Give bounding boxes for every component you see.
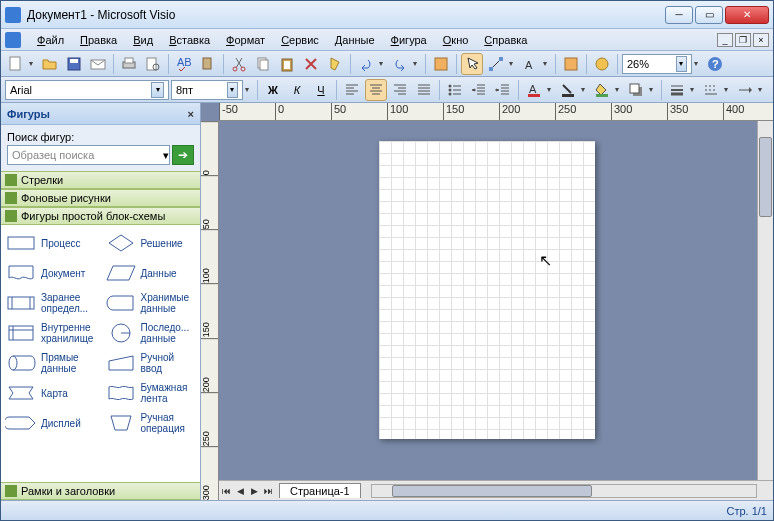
shape-search-input[interactable]: ▾	[7, 145, 170, 165]
shape-item[interactable]: Ручная операция	[103, 409, 199, 437]
shape-item[interactable]: Данные	[103, 259, 199, 287]
cut-button[interactable]	[228, 53, 250, 75]
redo-button[interactable]	[389, 53, 411, 75]
shape-item[interactable]: Внутренне хранилище	[3, 319, 99, 347]
stencil-bar[interactable]: Фоновые рисунки	[1, 189, 200, 207]
undo-dropdown[interactable]: ▾	[379, 59, 387, 68]
bold-button[interactable]: Ж	[262, 79, 284, 101]
align-justify-button[interactable]	[413, 79, 435, 101]
stencil-bar[interactable]: Стрелки	[1, 171, 200, 189]
menu-вид[interactable]: Вид	[125, 32, 161, 48]
shape-icon	[5, 261, 37, 285]
spellcheck-button[interactable]: ABC	[173, 53, 195, 75]
new-dropdown[interactable]: ▾	[29, 59, 37, 68]
underline-button[interactable]: Ч	[310, 79, 332, 101]
minimize-button[interactable]: ─	[665, 6, 693, 24]
tab-prev-button[interactable]: ◀	[233, 483, 247, 499]
font-color-button[interactable]: A	[523, 79, 545, 101]
ink-button[interactable]	[560, 53, 582, 75]
shape-item[interactable]: Карта	[3, 379, 99, 407]
page-tab[interactable]: Страница-1	[279, 483, 361, 498]
shape-item[interactable]: Хранимые данные	[103, 289, 199, 317]
menu-фигура[interactable]: Фигура	[383, 32, 435, 48]
menu-вставка[interactable]: Вставка	[161, 32, 218, 48]
format-painter-button[interactable]	[324, 53, 346, 75]
app-icon	[5, 7, 21, 23]
connector-tool-button[interactable]	[485, 53, 507, 75]
line-ends-button[interactable]	[734, 79, 756, 101]
shape-item[interactable]: Дисплей	[3, 409, 99, 437]
paste-button[interactable]	[276, 53, 298, 75]
theme-button[interactable]	[591, 53, 613, 75]
increase-indent-button[interactable]	[492, 79, 514, 101]
shapes-window-button[interactable]	[430, 53, 452, 75]
mdi-minimize-button[interactable]: _	[717, 33, 733, 47]
zoom-dropdown[interactable]: ▾	[676, 56, 687, 72]
stencil-bar[interactable]: Рамки и заголовки	[1, 482, 200, 500]
text-dropdown[interactable]: ▾	[543, 59, 551, 68]
tab-last-button[interactable]: ⏭	[261, 483, 275, 499]
open-button[interactable]	[39, 53, 61, 75]
visio-icon[interactable]	[5, 32, 21, 48]
shape-item[interactable]: Заранее определ...	[3, 289, 99, 317]
help-button[interactable]: ?	[704, 53, 726, 75]
menu-окно[interactable]: Окно	[435, 32, 477, 48]
shape-item[interactable]: Решение	[103, 229, 199, 257]
mail-button[interactable]	[87, 53, 109, 75]
shape-item[interactable]: Документ	[3, 259, 99, 287]
delete-button[interactable]	[300, 53, 322, 75]
line-pattern-button[interactable]	[700, 79, 722, 101]
pointer-tool-button[interactable]	[461, 53, 483, 75]
drawing-page[interactable]	[379, 141, 595, 439]
tab-next-button[interactable]: ▶	[247, 483, 261, 499]
bullets-button[interactable]	[444, 79, 466, 101]
stencil-bar[interactable]: Фигуры простой блок-схемы	[1, 207, 200, 225]
print-button[interactable]	[118, 53, 140, 75]
shape-item[interactable]: Бумажная лента	[103, 379, 199, 407]
font-name-combo[interactable]: ▾	[5, 80, 169, 100]
drawing-canvas[interactable]: ↖	[219, 121, 757, 480]
mdi-restore-button[interactable]: ❐	[735, 33, 751, 47]
shadow-button[interactable]	[625, 79, 647, 101]
align-right-button[interactable]	[389, 79, 411, 101]
vertical-scrollbar[interactable]	[757, 121, 773, 480]
research-button[interactable]	[197, 53, 219, 75]
font-size-combo[interactable]: ▾	[171, 80, 243, 100]
menu-данные[interactable]: Данные	[327, 32, 383, 48]
menu-файл[interactable]: Файл	[29, 32, 72, 48]
save-button[interactable]	[63, 53, 85, 75]
panel-close-button[interactable]: ×	[188, 108, 194, 120]
tab-first-button[interactable]: ⏮	[219, 483, 233, 499]
align-left-button[interactable]	[341, 79, 363, 101]
new-button[interactable]	[5, 53, 27, 75]
undo-button[interactable]	[355, 53, 377, 75]
redo-dropdown[interactable]: ▾	[413, 59, 421, 68]
menu-справка[interactable]: Справка	[476, 32, 535, 48]
menu-правка[interactable]: Правка	[72, 32, 125, 48]
copy-button[interactable]	[252, 53, 274, 75]
shape-item[interactable]: Ручной ввод	[103, 349, 199, 377]
line-color-button[interactable]	[557, 79, 579, 101]
italic-button[interactable]: К	[286, 79, 308, 101]
text-tool-button[interactable]: A	[519, 53, 541, 75]
maximize-button[interactable]: ▭	[695, 6, 723, 24]
align-center-button[interactable]	[365, 79, 387, 101]
line-weight-button[interactable]	[666, 79, 688, 101]
horizontal-scrollbar[interactable]	[371, 484, 757, 498]
zoom-combo[interactable]: ▾	[622, 54, 692, 74]
shape-item[interactable]: Прямые данные	[3, 349, 99, 377]
menu-сервис[interactable]: Сервис	[273, 32, 327, 48]
print-preview-button[interactable]	[142, 53, 164, 75]
connector-dropdown[interactable]: ▾	[509, 59, 517, 68]
horizontal-ruler[interactable]: -50050100150200250300350400450500	[219, 103, 773, 121]
close-button[interactable]: ✕	[725, 6, 769, 24]
search-go-button[interactable]: ➔	[172, 145, 194, 165]
menu-формат[interactable]: Формат	[218, 32, 273, 48]
mdi-close-button[interactable]: ×	[753, 33, 769, 47]
shape-item[interactable]: Процесс	[3, 229, 99, 257]
decrease-indent-button[interactable]	[468, 79, 490, 101]
zoom-split-dropdown[interactable]: ▾	[694, 59, 702, 68]
vertical-ruler[interactable]: 300250200150100500	[201, 121, 219, 500]
fill-color-button[interactable]	[591, 79, 613, 101]
shape-item[interactable]: Последо... данные	[103, 319, 199, 347]
